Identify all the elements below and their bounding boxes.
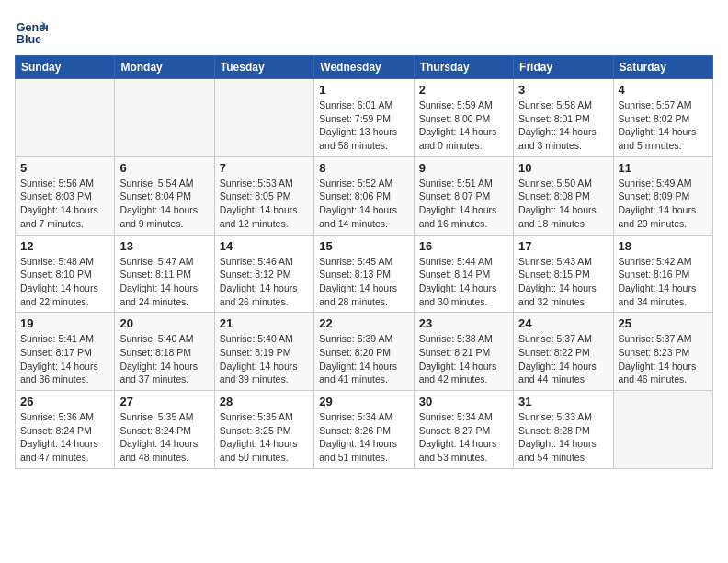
calendar-cell: 9Sunrise: 5:51 AM Sunset: 8:07 PM Daylig…: [414, 156, 513, 235]
calendar-cell: 12Sunrise: 5:48 AM Sunset: 8:10 PM Dayli…: [16, 235, 115, 313]
calendar-cell: 24Sunrise: 5:37 AM Sunset: 8:22 PM Dayli…: [514, 313, 613, 391]
day-info: Sunrise: 5:41 AM Sunset: 8:17 PM Dayligh…: [20, 332, 109, 386]
calendar-cell: 16Sunrise: 5:44 AM Sunset: 8:14 PM Dayli…: [414, 235, 513, 313]
calendar-cell: 26Sunrise: 5:36 AM Sunset: 8:24 PM Dayli…: [16, 391, 115, 469]
calendar-cell: 11Sunrise: 5:49 AM Sunset: 8:09 PM Dayli…: [613, 156, 712, 235]
calendar-cell: 7Sunrise: 5:53 AM Sunset: 8:05 PM Daylig…: [214, 156, 313, 235]
calendar-cell: 5Sunrise: 5:56 AM Sunset: 8:03 PM Daylig…: [16, 156, 115, 235]
day-number: 10: [518, 161, 608, 175]
calendar-cell: 23Sunrise: 5:38 AM Sunset: 8:21 PM Dayli…: [414, 313, 513, 391]
day-number: 2: [419, 83, 508, 97]
day-info: Sunrise: 5:43 AM Sunset: 8:15 PM Dayligh…: [518, 255, 608, 309]
day-info: Sunrise: 5:47 AM Sunset: 8:11 PM Dayligh…: [119, 255, 209, 309]
day-info: Sunrise: 5:56 AM Sunset: 8:03 PM Dayligh…: [20, 177, 109, 231]
day-number: 28: [220, 395, 309, 408]
day-number: 16: [419, 239, 508, 253]
day-info: Sunrise: 5:42 AM Sunset: 8:16 PM Dayligh…: [619, 255, 708, 309]
logo: General Blue: [15, 15, 51, 48]
day-number: 31: [518, 395, 608, 408]
day-number: 6: [119, 161, 209, 175]
calendar-table: SundayMondayTuesdayWednesdayThursdayFrid…: [15, 55, 713, 469]
day-info: Sunrise: 5:44 AM Sunset: 8:14 PM Dayligh…: [419, 255, 508, 309]
day-number: 4: [619, 83, 708, 97]
calendar-cell: [115, 79, 214, 157]
weekday-header: Sunday: [16, 56, 115, 79]
day-number: 11: [619, 161, 708, 175]
calendar-cell: [613, 391, 712, 469]
day-info: Sunrise: 5:35 AM Sunset: 8:25 PM Dayligh…: [220, 410, 309, 465]
day-info: Sunrise: 5:54 AM Sunset: 8:04 PM Dayligh…: [119, 177, 209, 231]
calendar-cell: 15Sunrise: 5:45 AM Sunset: 8:13 PM Dayli…: [314, 235, 414, 313]
calendar-cell: [214, 79, 313, 157]
day-info: Sunrise: 5:35 AM Sunset: 8:24 PM Dayligh…: [119, 410, 209, 465]
day-info: Sunrise: 5:39 AM Sunset: 8:20 PM Dayligh…: [319, 332, 408, 386]
day-info: Sunrise: 5:46 AM Sunset: 8:12 PM Dayligh…: [220, 255, 309, 309]
calendar-cell: 29Sunrise: 5:34 AM Sunset: 8:26 PM Dayli…: [314, 391, 414, 469]
calendar-cell: [16, 79, 115, 157]
day-info: Sunrise: 5:45 AM Sunset: 8:13 PM Dayligh…: [319, 255, 408, 309]
calendar-cell: 10Sunrise: 5:50 AM Sunset: 8:08 PM Dayli…: [514, 156, 613, 235]
day-number: 17: [518, 239, 608, 253]
calendar-week-row: 12Sunrise: 5:48 AM Sunset: 8:10 PM Dayli…: [16, 235, 713, 313]
calendar-cell: 28Sunrise: 5:35 AM Sunset: 8:25 PM Dayli…: [214, 391, 313, 469]
day-number: 25: [619, 316, 708, 330]
calendar-cell: 27Sunrise: 5:35 AM Sunset: 8:24 PM Dayli…: [115, 391, 214, 469]
day-info: Sunrise: 5:50 AM Sunset: 8:08 PM Dayligh…: [518, 177, 608, 231]
day-info: Sunrise: 6:01 AM Sunset: 7:59 PM Dayligh…: [319, 98, 408, 153]
weekday-header-row: SundayMondayTuesdayWednesdayThursdayFrid…: [16, 56, 713, 79]
calendar-week-row: 26Sunrise: 5:36 AM Sunset: 8:24 PM Dayli…: [16, 391, 713, 469]
day-info: Sunrise: 5:40 AM Sunset: 8:19 PM Dayligh…: [220, 332, 309, 386]
day-info: Sunrise: 5:37 AM Sunset: 8:22 PM Dayligh…: [518, 332, 608, 386]
day-info: Sunrise: 5:40 AM Sunset: 8:18 PM Dayligh…: [119, 332, 209, 386]
day-info: Sunrise: 5:57 AM Sunset: 8:02 PM Dayligh…: [619, 98, 708, 153]
day-number: 18: [619, 239, 708, 253]
day-info: Sunrise: 5:33 AM Sunset: 8:28 PM Dayligh…: [518, 410, 608, 465]
day-number: 26: [20, 395, 109, 408]
day-number: 3: [518, 83, 608, 97]
day-info: Sunrise: 5:51 AM Sunset: 8:07 PM Dayligh…: [419, 177, 508, 231]
day-number: 27: [119, 395, 209, 408]
calendar-cell: 30Sunrise: 5:34 AM Sunset: 8:27 PM Dayli…: [414, 391, 513, 469]
calendar-week-row: 19Sunrise: 5:41 AM Sunset: 8:17 PM Dayli…: [16, 313, 713, 391]
calendar-cell: 6Sunrise: 5:54 AM Sunset: 8:04 PM Daylig…: [115, 156, 214, 235]
day-info: Sunrise: 5:58 AM Sunset: 8:01 PM Dayligh…: [518, 98, 608, 153]
day-number: 9: [419, 161, 508, 175]
day-info: Sunrise: 5:34 AM Sunset: 8:27 PM Dayligh…: [419, 410, 508, 465]
calendar-cell: 20Sunrise: 5:40 AM Sunset: 8:18 PM Dayli…: [115, 313, 214, 391]
calendar-cell: 14Sunrise: 5:46 AM Sunset: 8:12 PM Dayli…: [214, 235, 313, 313]
day-number: 8: [319, 161, 408, 175]
weekday-header: Friday: [514, 56, 613, 79]
calendar-cell: 19Sunrise: 5:41 AM Sunset: 8:17 PM Dayli…: [16, 313, 115, 391]
day-number: 20: [119, 316, 209, 330]
calendar-cell: 8Sunrise: 5:52 AM Sunset: 8:06 PM Daylig…: [314, 156, 414, 235]
calendar-cell: 31Sunrise: 5:33 AM Sunset: 8:28 PM Dayli…: [514, 391, 613, 469]
day-info: Sunrise: 5:37 AM Sunset: 8:23 PM Dayligh…: [619, 332, 708, 386]
day-info: Sunrise: 5:52 AM Sunset: 8:06 PM Dayligh…: [319, 177, 408, 231]
day-number: 29: [319, 395, 408, 408]
calendar-week-row: 1Sunrise: 6:01 AM Sunset: 7:59 PM Daylig…: [16, 79, 713, 157]
logo-icon: General Blue: [15, 15, 48, 48]
weekday-header: Tuesday: [214, 56, 313, 79]
day-number: 24: [518, 316, 608, 330]
day-info: Sunrise: 5:38 AM Sunset: 8:21 PM Dayligh…: [419, 332, 508, 386]
day-info: Sunrise: 5:48 AM Sunset: 8:10 PM Dayligh…: [20, 255, 109, 309]
day-info: Sunrise: 5:59 AM Sunset: 8:00 PM Dayligh…: [419, 98, 508, 153]
day-number: 7: [220, 161, 309, 175]
day-info: Sunrise: 5:36 AM Sunset: 8:24 PM Dayligh…: [20, 410, 109, 465]
day-info: Sunrise: 5:53 AM Sunset: 8:05 PM Dayligh…: [220, 177, 309, 231]
weekday-header: Wednesday: [314, 56, 414, 79]
day-number: 21: [220, 316, 309, 330]
weekday-header: Monday: [115, 56, 214, 79]
calendar-cell: 22Sunrise: 5:39 AM Sunset: 8:20 PM Dayli…: [314, 313, 414, 391]
svg-text:Blue: Blue: [17, 33, 41, 46]
weekday-header: Saturday: [613, 56, 712, 79]
calendar-cell: 17Sunrise: 5:43 AM Sunset: 8:15 PM Dayli…: [514, 235, 613, 313]
calendar-cell: 25Sunrise: 5:37 AM Sunset: 8:23 PM Dayli…: [613, 313, 712, 391]
day-number: 23: [419, 316, 508, 330]
weekday-header: Thursday: [414, 56, 513, 79]
day-number: 1: [319, 83, 408, 97]
calendar-cell: 2Sunrise: 5:59 AM Sunset: 8:00 PM Daylig…: [414, 79, 513, 157]
calendar-week-row: 5Sunrise: 5:56 AM Sunset: 8:03 PM Daylig…: [16, 156, 713, 235]
day-number: 12: [20, 239, 109, 253]
day-number: 5: [20, 161, 109, 175]
